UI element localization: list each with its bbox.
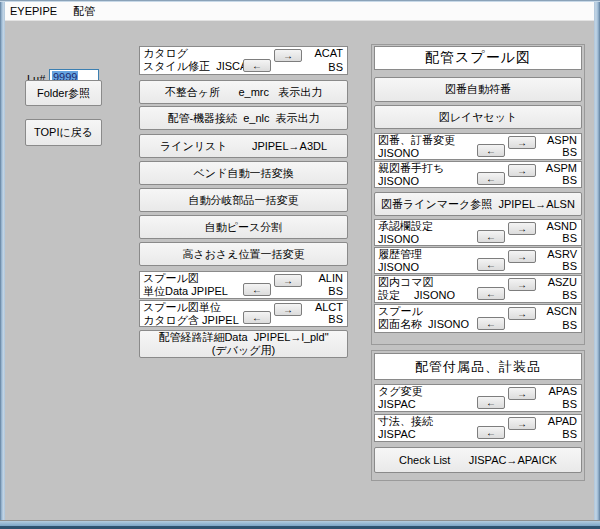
forward-arrow-button[interactable]: → (508, 222, 536, 235)
tag-change-panel: タグ変更 JISPAC → ← APAS BS (374, 384, 582, 412)
command-code: ASZU (548, 276, 577, 289)
forward-arrow-button[interactable]: → (508, 250, 536, 263)
client-area: Lu# 9999 Folder参照 TOPIに戻る カタログ スタイル修正 JI… (5, 21, 594, 520)
command-code: ALIN (319, 272, 343, 285)
window-frame-bottom (0, 520, 600, 529)
catalog-style-panel: カタログ スタイル修正 JISCAT → ← ACAT BS (139, 46, 348, 75)
back-to-top-button[interactable]: TOPIに戻る (25, 119, 102, 146)
command-code-bs: BS (562, 232, 577, 245)
command-code-bs: BS (562, 428, 577, 441)
row-sublabel: JISONO (378, 175, 419, 188)
back-arrow-button[interactable]: ← (477, 287, 505, 300)
window-frame-right (594, 2, 600, 529)
back-arrow-button[interactable]: ← (243, 59, 271, 72)
menu-item-haikan[interactable]: 配管 (73, 4, 95, 19)
spool-drawing-name-panel: スプール 図面名称 JISONO → ← ASCN BS (374, 304, 582, 333)
catalog-label: カタログ (143, 47, 188, 60)
forward-arrow-button[interactable]: → (508, 417, 536, 430)
route-detail-debug-button[interactable]: 配管経路詳細Data JPIPEL→l_pld" (デバッグ用) (139, 330, 348, 358)
back-arrow-button[interactable]: ← (477, 396, 505, 409)
app-window: EYEPIPE 配管 Lu# 9999 Folder参照 TOPIに戻る カタロ… (0, 0, 600, 529)
row-label: 承認欄設定 (378, 220, 433, 233)
row-sublabel: JISONO (378, 261, 419, 274)
forward-arrow-button[interactable]: → (508, 278, 536, 291)
drawing-number-change-panel: 図番、訂番変更 JISONO → ← ASPN BS (374, 133, 582, 160)
command-code-bs: BS (562, 398, 577, 411)
back-arrow-button[interactable]: ← (477, 144, 505, 157)
row-label: 図番、訂番変更 (378, 134, 455, 147)
spool-unit-sublabel: 単位Data JPIPEL (143, 285, 228, 298)
command-code-bs: BS (562, 319, 577, 332)
forward-arrow-button[interactable]: → (508, 387, 536, 400)
auto-branch-change-button[interactable]: 自動分岐部品一括変更 (139, 188, 348, 212)
spool-catalog-panel: スプール図単位 カタログ含 JPIPEL → ← ALCT BS (139, 300, 348, 327)
back-arrow-button[interactable]: ← (243, 311, 271, 324)
route-detail-line2: (デバッグ用) (212, 344, 275, 357)
spool-unit-label: スプール図 (143, 272, 199, 285)
pipe-equip-conn-button[interactable]: 配管-機器接続 e_nlc 表示出力 (139, 106, 348, 130)
spool-section-header: 配管スプール図 (374, 46, 582, 70)
spool-unit-data-panel: スプール図 単位Data JPIPEL → ← ALIN BS (139, 271, 348, 299)
height-pos-change-button[interactable]: 高さおさえ位置一括変更 (139, 242, 348, 266)
command-code-bs: BS (562, 260, 577, 273)
back-arrow-button[interactable]: ← (243, 283, 271, 296)
forward-arrow-button[interactable]: → (274, 49, 302, 62)
forward-arrow-button[interactable]: → (274, 303, 302, 316)
dimension-connection-panel: 寸法、接続 JISPAC → ← APAD BS (374, 414, 582, 442)
menu-item-eyepipe[interactable]: EYEPIPE (10, 5, 57, 17)
mismatch-check-button[interactable]: 不整合ヶ所 e_mrc 表示出力 (139, 80, 348, 104)
command-code: APAS (548, 385, 577, 398)
row-label: タグ変更 (378, 385, 423, 398)
row-label: 図内コマ図 (378, 276, 434, 289)
command-code-bs: BS (328, 313, 343, 326)
command-code-bs: BS (562, 146, 577, 159)
row-label: 親図番手打ち (378, 162, 444, 175)
parent-number-manual-panel: 親図番手打ち JISONO → ← ASPM BS (374, 161, 582, 188)
command-code-bs: BS (328, 61, 343, 74)
spool-catalog-label: スプール図単位 (143, 301, 221, 314)
check-list-button[interactable]: Check List JISPAC→APAICK (374, 447, 582, 473)
back-arrow-button[interactable]: ← (477, 426, 505, 439)
bend-auto-convert-button[interactable]: ベンド自動一括変換 (139, 161, 348, 185)
forward-arrow-button[interactable]: → (274, 274, 302, 287)
back-arrow-button[interactable]: ← (477, 258, 505, 271)
row-sublabel: JISONO (378, 233, 419, 246)
back-arrow-button[interactable]: ← (477, 317, 505, 330)
row-label: 履歴管理 (378, 248, 422, 261)
command-code: ASCN (546, 305, 577, 318)
command-code: ACAT (314, 47, 343, 60)
back-arrow-button[interactable]: ← (477, 230, 505, 243)
row-label: 寸法、接続 (378, 415, 433, 428)
row-sublabel: JISPAC (378, 398, 416, 411)
auto-piece-split-button[interactable]: 自動ピース分割 (139, 215, 348, 239)
row-sublabel: 設定 JISONO (378, 289, 455, 302)
forward-arrow-button[interactable]: → (508, 164, 536, 177)
inset-frame-panel: 図内コマ図 設定 JISONO → ← ASZU BS (374, 275, 582, 303)
approval-field-panel: 承認欄設定 JISONO → ← ASND BS (374, 219, 582, 246)
command-code: APAD (548, 415, 577, 428)
row-label: スプール (378, 305, 423, 318)
row-sublabel: 図面名称 JISONO (378, 318, 469, 331)
row-sublabel: JISPAC (378, 428, 416, 441)
accessories-section-header: 配管付属品、計装品 (374, 353, 582, 380)
drawing-auto-number-button[interactable]: 図番自動符番 (374, 77, 582, 102)
line-list-button[interactable]: ラインリスト JPIPEL→A3DL (139, 134, 348, 158)
history-manage-panel: 履歴管理 JISONO → ← ASRV BS (374, 247, 582, 274)
route-detail-line1: 配管経路詳細Data JPIPEL→l_pld" (158, 331, 328, 344)
forward-arrow-button[interactable]: → (508, 136, 536, 149)
command-code-bs: BS (328, 285, 343, 298)
command-code-bs: BS (562, 289, 577, 302)
menu-bar: EYEPIPE 配管 (3, 2, 597, 21)
linemark-ref-button[interactable]: 図番ラインマーク参照 JPIPEL→ALSN (374, 192, 582, 216)
spool-catalog-sublabel: カタログ含 JPIPEL (143, 314, 239, 327)
drawing-layer-set-button[interactable]: 図レイヤセット (374, 105, 582, 129)
forward-arrow-button[interactable]: → (508, 307, 536, 320)
back-arrow-button[interactable]: ← (477, 172, 505, 185)
window-frame-left (0, 2, 5, 529)
command-code-bs: BS (562, 174, 577, 187)
row-sublabel: JISONO (378, 147, 419, 160)
catalog-sublabel: スタイル修正 JISCAT (143, 60, 253, 73)
folder-ref-button[interactable]: Folder参照 (25, 80, 102, 106)
